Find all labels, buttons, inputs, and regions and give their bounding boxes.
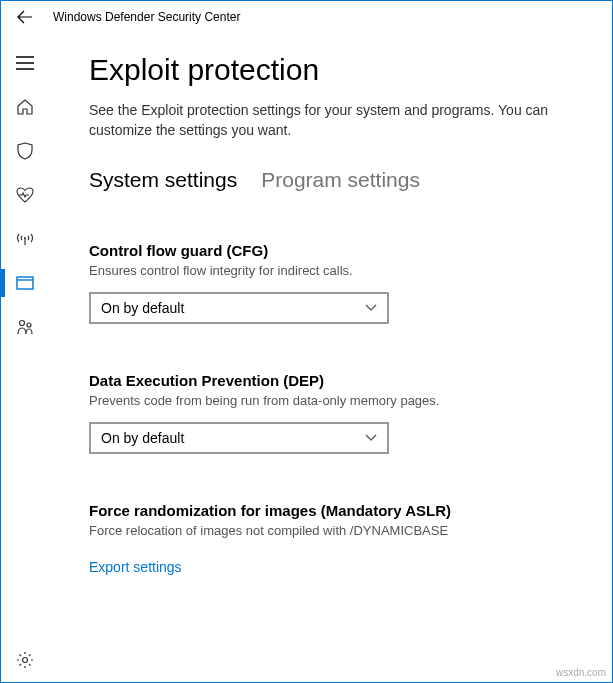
home-icon [16,98,34,116]
sidebar-item-virus[interactable] [1,129,49,173]
gear-icon [16,651,34,669]
page-heading: Exploit protection [89,53,572,87]
setting-dep-select[interactable]: On by default [89,422,389,454]
svg-point-4 [27,323,31,327]
setting-aslr-title: Force randomization for images (Mandator… [89,502,572,519]
svg-point-3 [20,321,25,326]
chevron-down-icon [365,304,377,312]
tabs: System settings Program settings [89,168,572,192]
antenna-icon [16,231,34,247]
svg-point-0 [24,237,26,239]
sidebar-item-home[interactable] [1,85,49,129]
app-title: Windows Defender Security Center [53,10,240,24]
setting-cfg-select[interactable]: On by default [89,292,389,324]
setting-dep-desc: Prevents code from being run from data-o… [89,393,572,408]
hamburger-icon [16,56,34,70]
sidebar-item-firewall[interactable] [1,217,49,261]
chevron-down-icon [365,434,377,442]
window-icon [16,276,34,290]
setting-cfg-value: On by default [101,300,184,316]
watermark: wsxdn.com [556,667,606,678]
setting-cfg: Control flow guard (CFG) Ensures control… [89,242,572,324]
shield-icon [17,142,33,160]
back-button[interactable] [9,1,41,33]
setting-cfg-title: Control flow guard (CFG) [89,242,572,259]
sidebar [1,33,49,682]
layout: Exploit protection See the Exploit prote… [1,33,612,682]
svg-point-5 [23,658,28,663]
setting-dep: Data Execution Prevention (DEP) Prevents… [89,372,572,454]
setting-aslr: Force randomization for images (Mandator… [89,502,572,538]
titlebar: Windows Defender Security Center [1,1,612,33]
content: Exploit protection See the Exploit prote… [49,33,612,682]
export-settings-link[interactable]: Export settings [89,559,182,575]
setting-dep-title: Data Execution Prevention (DEP) [89,372,572,389]
svg-rect-1 [17,277,33,289]
sidebar-item-settings[interactable] [1,638,49,682]
sidebar-item-family[interactable] [1,305,49,349]
arrow-left-icon [17,9,33,25]
setting-dep-value: On by default [101,430,184,446]
setting-cfg-desc: Ensures control flow integrity for indir… [89,263,572,278]
heart-icon [16,187,34,203]
tab-program-settings[interactable]: Program settings [261,168,420,192]
setting-aslr-desc: Force relocation of images not compiled … [89,523,572,538]
page-description: See the Exploit protection settings for … [89,101,549,140]
hamburger-button[interactable] [1,41,49,85]
sidebar-item-health[interactable] [1,173,49,217]
tab-system-settings[interactable]: System settings [89,168,237,192]
family-icon [16,319,34,335]
sidebar-item-app-browser[interactable] [1,261,49,305]
